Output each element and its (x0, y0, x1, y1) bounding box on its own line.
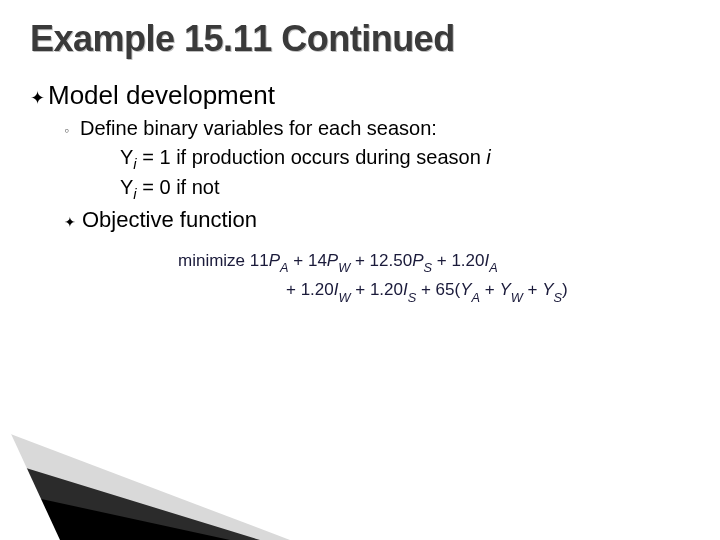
formula-line-1: minimize 11PA + 14PW + 12.50PS + 1.20IA (178, 247, 690, 277)
var: P (327, 251, 338, 270)
bullet-text: Objective function (82, 207, 257, 233)
subscript: S (408, 290, 417, 305)
season-i: i (486, 146, 490, 168)
svg-marker-0 (0, 430, 290, 540)
term: + 65( (416, 280, 460, 299)
var-y: Y (120, 176, 133, 198)
subbullet-define: ◦ Define binary variables for each seaso… (64, 117, 690, 140)
definition-yi-0: Yi = 0 if not (120, 174, 690, 204)
svg-marker-2 (0, 490, 230, 540)
corner-decoration-icon (0, 410, 340, 540)
term: + 1.20 (351, 280, 403, 299)
var: P (269, 251, 280, 270)
var: Y (542, 280, 553, 299)
var: P (412, 251, 423, 270)
svg-marker-1 (0, 460, 260, 540)
objective-formula: minimize 11PA + 14PW + 12.50PS + 1.20IA … (178, 247, 690, 307)
subscript: A (472, 290, 481, 305)
bullet-icon: ✦ (30, 89, 48, 107)
subscript: A (489, 260, 498, 275)
term: + 1.20 (286, 280, 334, 299)
bullet-objective: ✦ Objective function (64, 207, 690, 233)
var: Y (460, 280, 471, 299)
subscript: A (280, 260, 289, 275)
bullet-model-dev: ✦ Model development (30, 80, 690, 111)
eq-text: = 1 if production occurs during season (137, 146, 487, 168)
subscript: W (511, 290, 523, 305)
term: + (523, 280, 542, 299)
eq-text: = 0 if not (137, 176, 220, 198)
circle-bullet-icon: ◦ (64, 122, 80, 138)
var: Y (499, 280, 510, 299)
term: 11 (245, 251, 269, 270)
subscript: S (554, 290, 563, 305)
term: ) (562, 280, 568, 299)
svg-marker-3 (0, 410, 60, 540)
subscript: S (424, 260, 433, 275)
subscript: W (338, 290, 350, 305)
var-y: Y (120, 146, 133, 168)
bullet-text: Model development (48, 80, 275, 111)
subscript: W (338, 260, 350, 275)
term: + 14 (289, 251, 327, 270)
bullet-icon: ✦ (64, 215, 82, 229)
term: + 1.20 (432, 251, 484, 270)
term: + (480, 280, 499, 299)
term: + 12.50 (350, 251, 412, 270)
definition-yi-1: Yi = 1 if production occurs during seaso… (120, 144, 690, 174)
subbullet-text: Define binary variables for each season: (80, 117, 437, 140)
slide-title: Example 15.11 Continued (30, 18, 690, 60)
formula-line-2: + 1.20IW + 1.20IS + 65(YA + YW + YS) (178, 276, 690, 306)
slide: Example 15.11 Continued ✦ Model developm… (0, 0, 720, 540)
minimize-label: minimize (178, 251, 245, 270)
